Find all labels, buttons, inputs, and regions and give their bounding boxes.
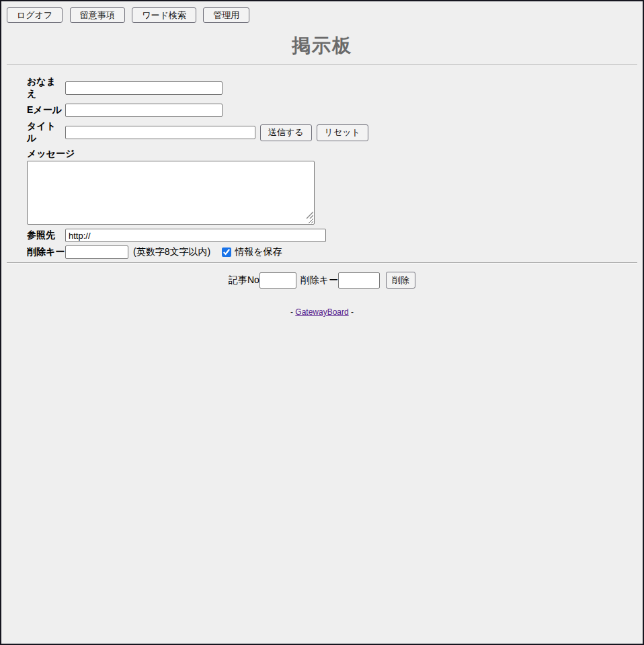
delete-key-hint: (英数字8文字以内) bbox=[133, 246, 210, 258]
word-search-button[interactable]: ワード検索 bbox=[132, 7, 196, 23]
title-divider bbox=[7, 65, 637, 66]
delete-key-row: 削除キー (英数字8文字以内) 情報を保存 bbox=[27, 245, 637, 259]
footer-suffix: - bbox=[349, 307, 354, 317]
title-row: タイトル 送信する リセット bbox=[27, 120, 637, 145]
gatewayboard-link[interactable]: GatewayBoard bbox=[295, 307, 348, 317]
email-label: Eメール bbox=[27, 104, 65, 116]
logoff-button[interactable]: ログオフ bbox=[7, 7, 63, 23]
article-no-label: 記事No bbox=[229, 274, 259, 285]
delete-key-input[interactable] bbox=[65, 245, 128, 259]
save-info-label: 情報を保存 bbox=[235, 246, 282, 258]
reset-button[interactable]: リセット bbox=[317, 124, 368, 141]
save-info-checkbox[interactable] bbox=[222, 248, 231, 257]
title-input[interactable] bbox=[65, 126, 255, 139]
title-label: タイトル bbox=[27, 120, 65, 145]
admin-button[interactable]: 管理用 bbox=[203, 7, 249, 23]
post-form: おなまえ Eメール タイトル 送信する リセット メッセージ 参照先 削除キ bbox=[27, 76, 637, 259]
article-no-input[interactable] bbox=[259, 272, 296, 289]
url-label: 参照先 bbox=[27, 229, 65, 241]
email-row: Eメール bbox=[27, 104, 637, 117]
name-row: おなまえ bbox=[27, 76, 637, 100]
email-input[interactable] bbox=[65, 104, 223, 117]
message-area-wrap bbox=[27, 161, 315, 225]
footer: - GatewayBoard - bbox=[7, 307, 637, 317]
notes-button[interactable]: 留意事項 bbox=[70, 7, 125, 23]
page-title: 掲示板 bbox=[7, 33, 637, 59]
delete-article-key-label: 削除キー bbox=[300, 274, 338, 285]
delete-article-form: 記事No削除キー削除 bbox=[7, 272, 637, 289]
form-divider bbox=[7, 262, 637, 264]
delete-key-label: 削除キー bbox=[27, 246, 65, 258]
name-label: おなまえ bbox=[27, 76, 65, 100]
message-textarea[interactable] bbox=[27, 161, 315, 225]
url-row: 参照先 bbox=[27, 229, 637, 242]
bulletin-board-page: ログオフ 留意事項 ワード検索 管理用 掲示板 おなまえ Eメール タイトル 送… bbox=[0, 0, 644, 645]
url-input[interactable] bbox=[65, 229, 326, 242]
save-info-wrap: 情報を保存 bbox=[222, 246, 282, 258]
submit-button[interactable]: 送信する bbox=[260, 124, 312, 141]
delete-button[interactable]: 削除 bbox=[386, 272, 415, 289]
name-input[interactable] bbox=[65, 81, 223, 95]
toolbar: ログオフ 留意事項 ワード検索 管理用 bbox=[7, 7, 637, 23]
message-label: メッセージ bbox=[27, 148, 637, 160]
delete-article-key-input[interactable] bbox=[338, 272, 380, 289]
